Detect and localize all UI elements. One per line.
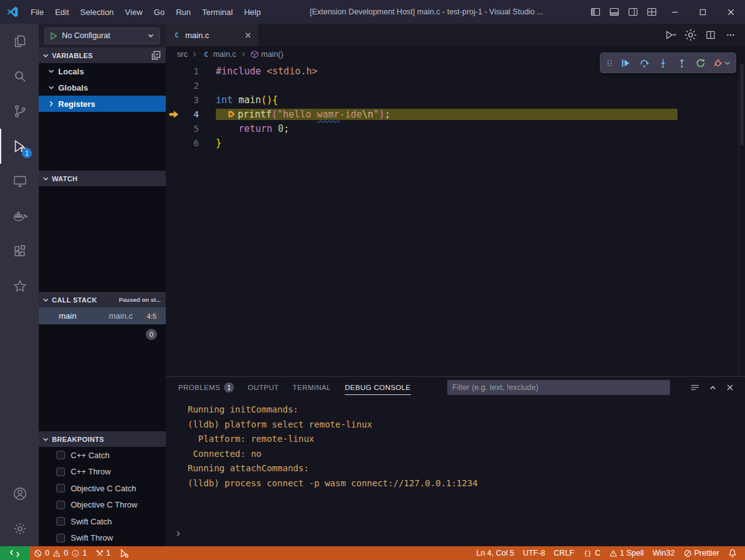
breakpoints-section-header[interactable]: BREAKPOINTS bbox=[39, 431, 166, 447]
menu-file[interactable]: File bbox=[25, 8, 49, 17]
disconnect-button[interactable] bbox=[710, 54, 734, 72]
toggle-sidebar-icon bbox=[590, 7, 601, 17]
activitybar-docker[interactable] bbox=[0, 199, 39, 234]
problems-status[interactable]: 001 bbox=[29, 546, 91, 560]
gripper-button[interactable] bbox=[602, 54, 616, 72]
console-line: Running attachCommands: bbox=[188, 461, 745, 476]
debug-console[interactable]: Running initCommands:(lldb) platform sel… bbox=[166, 398, 745, 546]
chevron-up-button[interactable] bbox=[705, 380, 720, 395]
glyph-margin[interactable] bbox=[166, 110, 182, 119]
status-crlf[interactable]: CRLF bbox=[549, 546, 579, 560]
variables-row-registers[interactable]: Registers bbox=[39, 96, 166, 112]
split-editor-button[interactable] bbox=[702, 27, 719, 43]
console-input-row[interactable] bbox=[175, 528, 745, 547]
menu-selection[interactable]: Selection bbox=[74, 8, 119, 17]
close-tab-icon[interactable] bbox=[244, 31, 252, 39]
activitybar-source-control[interactable] bbox=[0, 94, 39, 129]
status-tools[interactable]: 1 bbox=[91, 546, 115, 560]
panel-tab-debug-console[interactable]: DEBUG CONSOLE bbox=[345, 377, 411, 398]
close-window-button[interactable] bbox=[717, 0, 745, 24]
status-c[interactable]: {}C bbox=[579, 546, 605, 560]
restart-button[interactable] bbox=[691, 54, 710, 72]
breakpoint-row[interactable]: C++ Catch bbox=[39, 447, 166, 464]
tab-main-c[interactable]: C main.c bbox=[166, 24, 258, 46]
breakpoint-row[interactable]: Objective C Throw bbox=[39, 497, 166, 514]
menu-edit[interactable]: Edit bbox=[49, 8, 74, 17]
continue-button[interactable] bbox=[616, 54, 635, 72]
breakpoint-checkbox[interactable] bbox=[56, 534, 65, 542]
call-stack-frame[interactable]: main main.c 4:5 bbox=[39, 308, 166, 324]
menu-run[interactable]: Run bbox=[170, 8, 196, 17]
status-ln-4-col-5[interactable]: Ln 4, Col 5 bbox=[472, 546, 518, 560]
activitybar-explorer[interactable] bbox=[0, 24, 39, 59]
more-actions-button[interactable] bbox=[722, 27, 739, 43]
toggle-panel-button[interactable] bbox=[606, 3, 623, 21]
breadcrumb-label: main() bbox=[261, 50, 283, 59]
debug-config-dropdown[interactable]: No Configurat bbox=[44, 28, 160, 44]
code-editor[interactable]: 1#include <stdio.h>23int main(){4 printf… bbox=[166, 62, 745, 376]
breakpoint-row[interactable]: C++ Throw bbox=[39, 464, 166, 481]
code-area[interactable]: 1#include <stdio.h>23int main(){4 printf… bbox=[166, 62, 745, 150]
menu-go[interactable]: Go bbox=[148, 8, 170, 17]
menu-terminal[interactable]: Terminal bbox=[196, 8, 238, 17]
activitybar-account[interactable] bbox=[0, 476, 39, 511]
panel-tab-problems[interactable]: PROBLEMS1 bbox=[178, 377, 234, 398]
run-menu-button[interactable] bbox=[662, 27, 679, 43]
explorer-icon bbox=[13, 34, 28, 49]
panel-tab-terminal[interactable]: TERMINAL bbox=[293, 377, 331, 398]
breakpoint-row[interactable]: Swift Catch bbox=[39, 513, 166, 530]
breakpoint-checkbox[interactable] bbox=[56, 468, 65, 476]
breakpoint-checkbox[interactable] bbox=[56, 451, 65, 459]
breakpoint-row[interactable]: Swift Throw bbox=[39, 530, 166, 547]
status-win32[interactable]: Win32 bbox=[648, 546, 679, 560]
close-button[interactable] bbox=[722, 380, 737, 395]
step-over-button[interactable] bbox=[635, 54, 654, 72]
activitybar-star[interactable] bbox=[0, 269, 39, 304]
step-into-button[interactable] bbox=[654, 54, 672, 72]
panel-menu-button[interactable] bbox=[687, 380, 702, 395]
activitybar-remote-explorer[interactable] bbox=[0, 164, 39, 199]
status-1-spell[interactable]: 1 Spell bbox=[605, 546, 648, 560]
call-stack-section-header[interactable]: CALL STACK Paused on st... bbox=[39, 292, 166, 308]
activitybar-extensions[interactable] bbox=[0, 234, 39, 269]
variables-section-header[interactable]: VARIABLES bbox=[39, 48, 166, 63]
collapse-all-icon[interactable] bbox=[151, 51, 161, 60]
panel-tab-label: DEBUG CONSOLE bbox=[345, 384, 411, 391]
toggle-secondary-sidebar-button[interactable] bbox=[624, 3, 642, 21]
status-debug-status[interactable] bbox=[115, 546, 133, 560]
editor-scrollbar[interactable] bbox=[738, 62, 745, 376]
variables-row-locals[interactable]: Locals bbox=[39, 63, 166, 79]
breadcrumb-item[interactable]: Cmain.c bbox=[201, 50, 236, 59]
status-tools-label: 1 bbox=[106, 549, 111, 558]
minimize-button[interactable] bbox=[661, 0, 689, 24]
activitybar-run-and-debug[interactable]: 1 bbox=[0, 129, 39, 164]
menu-view[interactable]: View bbox=[119, 8, 148, 17]
breadcrumb-item[interactable]: main() bbox=[250, 50, 283, 59]
activitybar-search[interactable] bbox=[0, 59, 39, 94]
code-token: printf bbox=[238, 109, 271, 120]
toggle-sidebar-button[interactable] bbox=[587, 3, 604, 21]
menu-help[interactable]: Help bbox=[238, 8, 266, 17]
status-utf-8[interactable]: UTF-8 bbox=[519, 546, 549, 560]
customize-layout-button[interactable] bbox=[643, 3, 661, 21]
breadcrumb-item[interactable]: src bbox=[177, 50, 188, 59]
step-over-icon bbox=[639, 58, 649, 68]
step-out-button[interactable] bbox=[672, 54, 691, 72]
remote-indicator[interactable] bbox=[0, 546, 29, 560]
filter-input[interactable] bbox=[447, 380, 670, 395]
settings-gear-button[interactable] bbox=[682, 27, 699, 43]
variables-row-globals[interactable]: Globals bbox=[39, 79, 166, 96]
breakpoint-row[interactable]: Objective C Catch bbox=[39, 480, 166, 497]
activitybar-settings-gear[interactable] bbox=[0, 511, 39, 546]
breakpoint-checkbox[interactable] bbox=[56, 517, 65, 526]
breakpoint-checkbox[interactable] bbox=[56, 501, 65, 509]
status-prettier[interactable]: Prettier bbox=[679, 546, 724, 560]
watch-section-header[interactable]: WATCH bbox=[39, 171, 166, 186]
start-debug-icon[interactable] bbox=[50, 32, 58, 40]
panel-tab-output[interactable]: OUTPUT bbox=[248, 377, 279, 398]
breakpoint-checkbox[interactable] bbox=[56, 484, 65, 492]
toggle-panel-icon bbox=[609, 7, 619, 17]
maximize-button[interactable] bbox=[689, 0, 717, 24]
status-bell[interactable] bbox=[724, 546, 741, 560]
scrollbar-thumb[interactable] bbox=[740, 64, 744, 145]
